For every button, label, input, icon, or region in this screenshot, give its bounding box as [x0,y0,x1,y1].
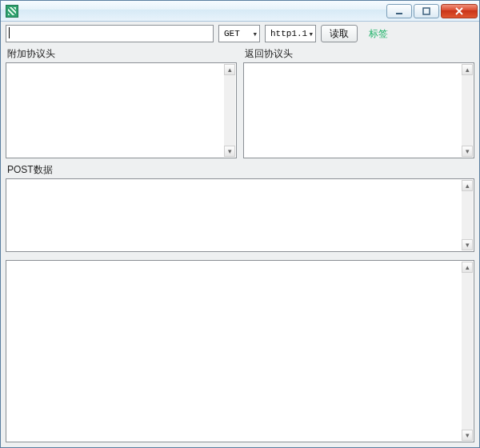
maximize-button[interactable] [414,4,439,18]
maximize-icon [422,7,430,15]
method-selected-value: GET [224,29,240,38]
method-select[interactable]: GET ▾ [218,25,260,42]
scrollbar-vertical[interactable]: ▴ ▾ [224,64,235,157]
scroll-up-button[interactable]: ▴ [462,262,473,273]
app-icon [6,5,18,18]
scroll-up-button[interactable]: ▴ [224,64,235,75]
attach-header-label: 附加协议头 [6,46,237,62]
close-icon [454,7,464,15]
chevron-down-icon: ▾ [252,29,258,39]
tag-label: 标签 [369,27,388,41]
window-buttons [386,4,478,18]
scrollbar-vertical[interactable]: ▴ ▾ [462,180,473,250]
text-caret [9,27,10,38]
scroll-down-button[interactable]: ▾ [462,146,473,157]
scrollbar-vertical[interactable]: ▴ ▾ [462,262,473,441]
scroll-down-button[interactable]: ▾ [224,146,235,157]
read-button[interactable]: 读取 [321,25,358,42]
return-header-textarea[interactable]: ▴ ▾ [243,62,474,158]
top-row: GET ▾ http1.1 ▾ 读取 标签 [6,25,474,42]
close-button[interactable] [441,4,478,18]
minimize-button[interactable] [386,4,412,18]
return-header-label: 返回协议头 [243,46,474,62]
scroll-down-button[interactable]: ▾ [462,239,473,250]
titlebar [1,1,479,22]
scroll-up-button[interactable]: ▴ [462,180,473,191]
headers-row: 附加协议头 ▴ ▾ 返回协议头 ▴ ▾ [6,46,474,158]
return-header-column: 返回协议头 ▴ ▾ [243,46,474,158]
output-row: ▴ ▾ [6,260,474,442]
svg-rect-1 [423,8,430,14]
attach-header-textarea[interactable]: ▴ ▾ [6,62,237,158]
http-selected-value: http1.1 [270,29,307,38]
scrollbar-vertical[interactable]: ▴ ▾ [462,64,473,157]
scroll-up-button[interactable]: ▴ [462,64,473,75]
post-data-label: POST数据 [6,162,474,178]
post-data-textarea[interactable]: ▴ ▾ [6,178,474,252]
read-button-label: 读取 [330,27,349,41]
url-input[interactable] [6,25,214,42]
output-textarea[interactable]: ▴ ▾ [6,260,474,442]
scroll-down-button[interactable]: ▾ [462,430,473,441]
svg-rect-0 [396,13,402,14]
client-area: GET ▾ http1.1 ▾ 读取 标签 附加协议头 ▴ ▾ [1,22,479,447]
attach-header-column: 附加协议头 ▴ ▾ [6,46,237,158]
minimize-icon [395,7,403,15]
http-version-select[interactable]: http1.1 ▾ [265,25,316,42]
chevron-down-icon: ▾ [308,29,314,39]
app-window: GET ▾ http1.1 ▾ 读取 标签 附加协议头 ▴ ▾ [0,0,480,448]
post-data-row: POST数据 ▴ ▾ [6,162,474,252]
